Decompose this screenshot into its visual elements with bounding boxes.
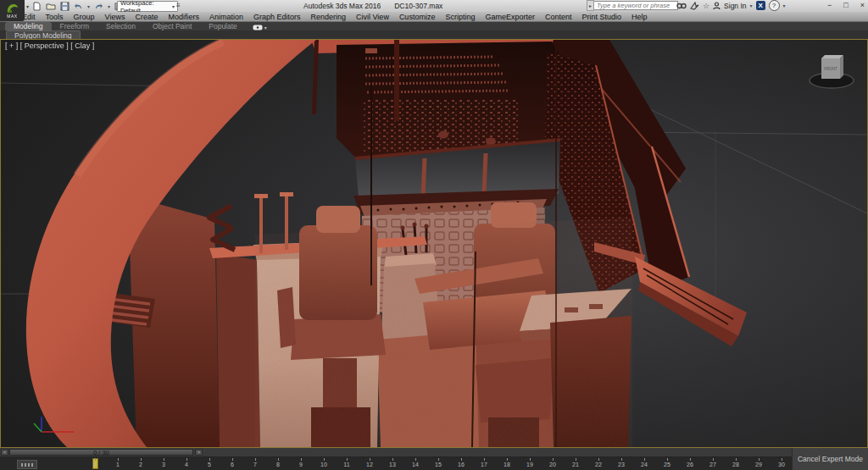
help-caret-icon[interactable]: ▾ xyxy=(783,3,786,8)
undo-caret-icon[interactable]: ▾ xyxy=(87,3,90,9)
menu-item[interactable]: Scripting xyxy=(445,13,475,21)
menu-item[interactable]: Modifiers xyxy=(168,13,199,21)
frame-label: 24 xyxy=(639,458,649,470)
window-title: Autodesk 3ds Max 2016 DC10-307.max xyxy=(303,1,442,11)
frame-label: 28 xyxy=(731,458,741,470)
frame-label: 19 xyxy=(525,458,535,470)
ribbon-tab-modeling[interactable]: Modeling xyxy=(5,22,52,30)
frame-tick xyxy=(392,458,393,461)
menu-item[interactable]: Content xyxy=(545,13,572,21)
search-history-icon[interactable]: ▸ xyxy=(587,0,594,11)
new-file-icon[interactable] xyxy=(32,2,42,11)
frame-label: 12 xyxy=(364,458,375,470)
ribbon-tab-selection[interactable]: Selection xyxy=(97,22,144,30)
menu-item[interactable]: Customize xyxy=(399,13,436,21)
ribbon-toggle-caret-icon: ▾ xyxy=(264,25,267,30)
open-file-icon[interactable] xyxy=(46,2,56,11)
viewport-perspective[interactable]: [ + ] [ Perspective ] [ Clay ] FRONT xyxy=(0,39,868,448)
help-search: ▸ xyxy=(587,1,678,10)
menu-item[interactable]: Create xyxy=(135,13,158,21)
restore-button[interactable]: □ xyxy=(843,0,848,11)
frame-label: 22 xyxy=(593,458,604,470)
frame-tick xyxy=(209,458,210,461)
menu-item[interactable]: Animation xyxy=(209,13,243,21)
cancel-expert-mode-button[interactable]: Cancel Expert Mode xyxy=(792,448,868,470)
frame-label: 16 xyxy=(456,458,466,470)
favorites-star-icon[interactable]: ☆ xyxy=(703,2,709,10)
save-icon[interactable] xyxy=(60,2,70,11)
time-slider[interactable]: < 0 / 30 > xyxy=(0,448,793,457)
frame-label: 8 xyxy=(273,458,283,470)
ribbon-tab-bar: Modeling Freeform Selection Object Paint… xyxy=(0,22,868,30)
menu-item[interactable]: Graph Editors xyxy=(253,13,301,21)
ribbon-tab-populate[interactable]: Populate xyxy=(200,22,246,30)
clay-render-scene[interactable] xyxy=(1,40,867,447)
time-slider-handle[interactable]: 0 / 30 xyxy=(9,449,193,456)
frame-label: 21 xyxy=(570,458,581,470)
frame-tick xyxy=(164,458,164,461)
ribbon-panel-row: Polygon Modeling xyxy=(0,30,868,39)
frame-tick xyxy=(621,458,622,461)
frame-tick xyxy=(141,458,142,461)
workspace-selector[interactable]: Workspace: Default ▾ xyxy=(117,1,178,12)
frame-tick xyxy=(255,458,256,461)
frame-tick xyxy=(95,458,96,461)
frame-tick xyxy=(415,458,416,461)
subscription-icon[interactable] xyxy=(690,2,699,10)
frame-tick xyxy=(690,458,691,461)
next-frame-button[interactable]: > xyxy=(195,449,203,456)
mini-curve-editor-button[interactable] xyxy=(17,460,37,469)
frame-label: 10 xyxy=(319,458,329,470)
3dsmax-window: MAX ▾ ▾ ▾ Workspace: Default ▾ ≡ Autodes… xyxy=(0,0,868,470)
undo-icon[interactable] xyxy=(74,2,83,10)
exchange-apps-icon[interactable]: X xyxy=(756,1,765,10)
redo-icon[interactable] xyxy=(94,2,103,10)
frame-label: 30 xyxy=(776,458,787,470)
ribbon-tab-object-paint[interactable]: Object Paint xyxy=(144,22,200,30)
frame-tick xyxy=(278,458,279,461)
menu-item[interactable]: Tools xyxy=(46,13,64,21)
frame-label: 11 xyxy=(342,458,352,470)
ribbon-tab-freeform[interactable]: Freeform xyxy=(52,22,97,30)
minimize-button[interactable]: − xyxy=(827,0,832,11)
toolbar-overflow-icon[interactable]: ≡ xyxy=(176,2,181,9)
frame-tick xyxy=(186,458,187,461)
sign-in-caret-icon[interactable]: ▾ xyxy=(750,3,753,8)
redo-caret-icon[interactable]: ▾ xyxy=(108,3,110,9)
world-axis-tripod xyxy=(30,412,81,437)
frame-label: 2 xyxy=(136,458,146,470)
menu-item[interactable]: Print Studio xyxy=(581,13,621,21)
frame-tick xyxy=(347,458,348,461)
menu-item[interactable]: GameExporter xyxy=(485,13,535,21)
menu-item[interactable]: Views xyxy=(105,13,125,21)
frame-label: 3 xyxy=(159,458,169,470)
previous-frame-button[interactable]: < xyxy=(1,449,8,456)
search-input[interactable] xyxy=(594,1,678,10)
menu-item[interactable]: Civil View xyxy=(356,13,389,21)
frame-label: 27 xyxy=(708,458,718,470)
frame-label: 26 xyxy=(685,458,695,470)
application-menu-button[interactable]: MAX xyxy=(0,0,25,21)
viewcube[interactable]: FRONT xyxy=(804,50,859,92)
search-communities-icon[interactable] xyxy=(676,2,687,10)
frame-label: 29 xyxy=(754,458,764,470)
frame-ruler: 0 1 2 3 xyxy=(90,458,787,470)
track-bar[interactable]: 0 1 2 3 xyxy=(0,457,793,470)
frame-tick xyxy=(438,458,439,461)
svg-text:FRONT: FRONT xyxy=(824,67,837,71)
frame-label: 0 xyxy=(90,458,100,470)
menu-item[interactable]: Help xyxy=(632,13,648,21)
workspace-caret-icon: ▾ xyxy=(172,3,175,9)
sign-in-button[interactable]: Sign In xyxy=(724,2,746,10)
ribbon-minimize-toggle[interactable]: ▾ xyxy=(253,25,267,30)
viewport-label[interactable]: [ + ] [ Perspective ] [ Clay ] xyxy=(5,41,94,50)
help-icon[interactable]: ? xyxy=(769,0,780,11)
close-button[interactable]: × xyxy=(860,0,865,11)
menu-item[interactable]: Rendering xyxy=(311,13,347,21)
app-menu-caret-icon[interactable]: ▾ xyxy=(26,3,29,9)
ribbon-state-icon xyxy=(253,25,263,30)
frame-label: 15 xyxy=(433,458,443,470)
menu-item[interactable]: Group xyxy=(74,13,95,21)
frame-tick xyxy=(644,458,645,461)
frame-label: 14 xyxy=(410,458,420,470)
